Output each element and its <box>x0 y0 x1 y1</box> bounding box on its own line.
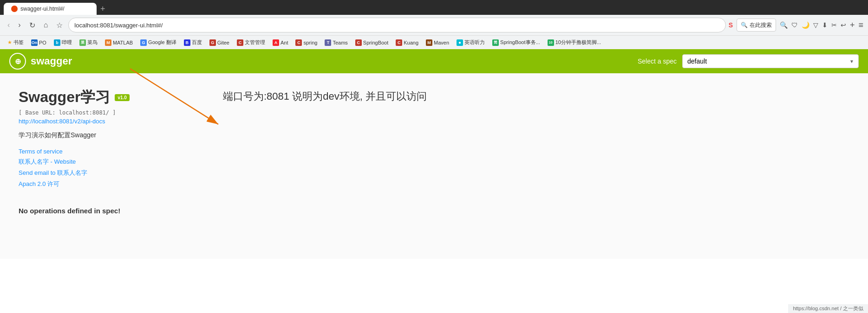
api-docs-link[interactable]: http://localhost:8081/v2/api-docs <box>19 118 849 125</box>
bookmark-bookmarks[interactable]: ★ 书签 <box>5 38 26 47</box>
teams-label: Teams <box>333 40 347 45</box>
bookmark-10min[interactable]: 10 10分钟手撸极简脚... <box>545 38 604 47</box>
baidu-icon: B <box>184 39 190 46</box>
tab-bar: swagger-ui.html#/ + <box>0 0 868 15</box>
api-description: 学习演示如何配置Swagger <box>19 131 849 140</box>
new-tab-button[interactable]: + <box>100 4 105 14</box>
bookmark-label: 书签 <box>13 39 24 46</box>
search-box[interactable]: 🔍 在此搜索 <box>737 19 776 32</box>
kuang-label: Kuang <box>404 40 418 45</box>
filter-icon[interactable]: ▽ <box>813 21 818 29</box>
swagger-content: 端口号为:8081 说明为dev环境, 并且可以访问 Swagger学习 v1.… <box>0 73 868 259</box>
spec-select-wrapper: default <box>682 54 859 68</box>
matlab-icon: M <box>105 39 111 46</box>
api-links: Terms of service 联系人名字 - Website Send em… <box>19 148 849 188</box>
bookmark-bili[interactable]: b 哔哩 <box>51 38 75 47</box>
bookmark-google-translate[interactable]: G Google 翻译 <box>137 38 179 47</box>
nav-right: S 🔍 在此搜索 🔍 🛡 🌙 ▽ ⬇ ✂ ↩ + ≡ <box>729 19 863 32</box>
gitee-label: Gitee <box>217 40 229 45</box>
reload-button[interactable]: ↻ <box>26 19 38 32</box>
bookmark-star-icon: ★ <box>7 39 12 45</box>
bookmark-springboot-jian[interactable]: 简 SpringBoot事务... <box>489 38 543 47</box>
spring-icon: C <box>295 39 302 46</box>
bili-label: 哔哩 <box>62 39 72 46</box>
moon-icon[interactable]: 🌙 <box>802 21 809 29</box>
menu-icon[interactable]: ≡ <box>858 20 863 30</box>
tab-favicon <box>11 6 18 12</box>
bili-icon: b <box>54 39 60 46</box>
cainiao-icon: 菜 <box>79 39 86 46</box>
matlab-label: MATLAB <box>113 40 133 45</box>
jian-label: SpringBoot事务... <box>500 39 540 46</box>
swagger-main: ⊕ swagger Select a spec default 端口号为:8 <box>0 49 868 259</box>
10min-icon: 10 <box>548 39 554 46</box>
ant-label: Ant <box>281 40 288 45</box>
google-translate-label: Google 翻译 <box>148 39 176 46</box>
annotation-text: 端口号为:8081 说明为dev环境, 并且可以访问 <box>223 89 427 103</box>
bookmark-po[interactable]: On PO <box>28 38 49 47</box>
google-icon: G <box>140 39 147 46</box>
ant-icon: A <box>273 39 279 46</box>
bookmark-cainiao[interactable]: 菜 菜鸟 <box>77 38 100 47</box>
swagger-logo-icon: ⊕ <box>9 53 26 70</box>
spec-select[interactable]: default <box>682 54 859 68</box>
bookmark-springboot[interactable]: C SpringBoot <box>352 38 391 47</box>
english-icon: ● <box>457 39 463 46</box>
search-icon-nav[interactable]: 🔍 <box>780 21 788 29</box>
springboot-icon: C <box>355 39 362 46</box>
bookmark-baidu[interactable]: B 百度 <box>181 38 205 47</box>
search-label: 在此搜索 <box>750 21 772 29</box>
bookmark-wenguan[interactable]: C 文管管理 <box>234 38 268 47</box>
swagger-logo-symbol: ⊕ <box>15 57 21 66</box>
url-input[interactable] <box>74 22 719 29</box>
kuang-icon: C <box>396 39 402 46</box>
teams-icon: T <box>325 39 331 46</box>
maven-icon: M <box>426 39 432 46</box>
tab-title: swagger-ui.html#/ <box>20 6 65 12</box>
wenguan-icon: C <box>237 39 243 46</box>
url-bar[interactable] <box>68 18 725 32</box>
shield-icon: 🛡 <box>791 21 798 29</box>
search-icon: 🔍 <box>741 22 748 28</box>
bookmark-teams[interactable]: T Teams <box>322 38 350 47</box>
springboot-label: SpringBoot <box>363 40 388 45</box>
terms-of-service-link[interactable]: Terms of service <box>19 148 849 155</box>
home-button[interactable]: ⌂ <box>41 19 51 31</box>
english-label: 英语听力 <box>464 39 485 46</box>
no-ops-message: No operations defined in spec! <box>19 207 849 215</box>
swagger-logo: ⊕ swagger <box>9 53 72 70</box>
send-email-link[interactable]: Send email to 联系人名字 <box>19 169 849 177</box>
active-tab[interactable]: swagger-ui.html#/ <box>4 3 97 15</box>
bookmark-kuang[interactable]: C Kuang <box>393 38 421 47</box>
star-button[interactable]: ☆ <box>53 19 65 32</box>
add-icon[interactable]: + <box>850 20 855 30</box>
base-url: [ Base URL: localhost:8081/ ] <box>19 109 849 116</box>
bookmark-gitee[interactable]: G Gitee <box>207 38 232 47</box>
back-button[interactable]: ‹ <box>5 19 13 31</box>
maven-label: Maven <box>434 40 449 45</box>
swagger-header: ⊕ swagger Select a spec default <box>0 49 868 73</box>
gitee-icon: G <box>209 39 216 46</box>
bookmark-ant[interactable]: A Ant <box>270 38 291 47</box>
browser-chrome: swagger-ui.html#/ + ‹ › ↻ ⌂ ☆ S 🔍 在此搜索 🔍… <box>0 0 868 49</box>
undo-icon[interactable]: ↩ <box>841 21 846 29</box>
contact-website-link[interactable]: 联系人名字 - Website <box>19 158 849 166</box>
nav-bar: ‹ › ↻ ⌂ ☆ S 🔍 在此搜索 🔍 🛡 🌙 ▽ ⬇ ✂ ↩ + ≡ <box>0 15 868 35</box>
search-engine-icon: S <box>729 21 733 29</box>
cainiao-label: 菜鸟 <box>87 39 98 46</box>
spec-label: Select a spec <box>638 57 677 65</box>
bookmark-matlab[interactable]: M MATLAB <box>102 38 136 47</box>
bookmark-spring[interactable]: C spring <box>293 38 320 47</box>
bookmarks-bar: ★ 书签 On PO b 哔哩 菜 菜鸟 M MATLAB G Google 翻… <box>0 35 868 49</box>
spring-label: spring <box>303 40 317 45</box>
download-icon[interactable]: ⬇ <box>822 21 828 29</box>
forward-button[interactable]: › <box>15 19 23 31</box>
bookmark-english[interactable]: ● 英语听力 <box>454 38 488 47</box>
po-icon: On <box>31 39 38 46</box>
cut-icon[interactable]: ✂ <box>831 21 837 29</box>
license-link[interactable]: Apach 2.0 许可 <box>19 180 849 188</box>
version-badge: v1.0 <box>115 94 129 101</box>
api-title: Swagger学习 <box>19 87 110 108</box>
bookmark-maven[interactable]: M Maven <box>423 38 452 47</box>
api-title-row: Swagger学习 v1.0 <box>19 87 849 108</box>
